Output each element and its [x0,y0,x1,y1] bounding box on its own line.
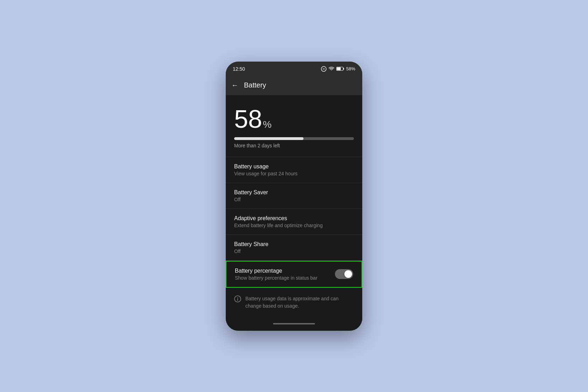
battery-percentage-text: Battery percentage Show battery percenta… [235,268,317,281]
svg-point-7 [237,297,238,298]
status-bar: 12:50 58% [226,62,362,76]
battery-percentage-toggle[interactable] [335,269,353,279]
battery-usage-title: Battery usage [234,163,354,170]
battery-symbol: % [263,119,272,130]
status-icons: 58% [321,66,355,72]
battery-progress-fill [234,137,303,140]
battery-percent-display: 58 % [234,106,354,132]
minus-circle-icon [321,66,327,72]
info-icon [234,295,241,304]
battery-usage-item[interactable]: Battery usage View usage for past 24 hou… [226,157,362,183]
battery-share-title: Battery Share [234,241,354,247]
adaptive-preferences-subtitle: Extend battery life and optimize chargin… [234,223,354,228]
battery-progress-bar [234,137,354,140]
battery-time-left: More than 2 days left [234,143,354,148]
battery-saver-title: Battery Saver [234,189,354,196]
adaptive-preferences-title: Adaptive preferences [234,215,354,222]
battery-number: 58 [234,106,262,132]
status-time: 12:50 [233,66,245,72]
battery-percentage-title: Battery percentage [235,268,317,274]
info-section: Battery usage data is approximate and ca… [226,288,362,317]
battery-percent-status: 58% [346,66,355,71]
battery-share-subtitle: Off [234,248,354,254]
info-text: Battery usage data is approximate and ca… [245,295,354,310]
wifi-icon [329,66,334,71]
app-bar: ← Battery [226,76,362,95]
toggle-knob [344,270,352,278]
battery-percentage-subtitle: Show battery percentage in status bar [235,275,317,281]
adaptive-preferences-item[interactable]: Adaptive preferences Extend battery life… [226,209,362,234]
battery-share-item[interactable]: Battery Share Off [226,235,362,260]
svg-rect-4 [337,68,341,70]
battery-icon [336,66,344,71]
battery-usage-subtitle: View usage for past 24 hours [234,171,354,176]
battery-hero: 58 % More than 2 days left [226,95,362,157]
phone-shell: 12:50 58% ← Battery [226,62,362,331]
home-bar [273,323,315,324]
battery-percentage-row: Battery percentage Show battery percenta… [235,268,353,281]
home-indicator [226,317,362,331]
main-content: 58 % More than 2 days left Battery usage… [226,95,362,317]
battery-saver-subtitle: Off [234,197,354,202]
back-button[interactable]: ← [231,81,238,89]
app-bar-title: Battery [244,81,266,89]
battery-percentage-item[interactable]: Battery percentage Show battery percenta… [226,261,362,288]
battery-saver-item[interactable]: Battery Saver Off [226,183,362,209]
svg-rect-3 [343,68,344,70]
